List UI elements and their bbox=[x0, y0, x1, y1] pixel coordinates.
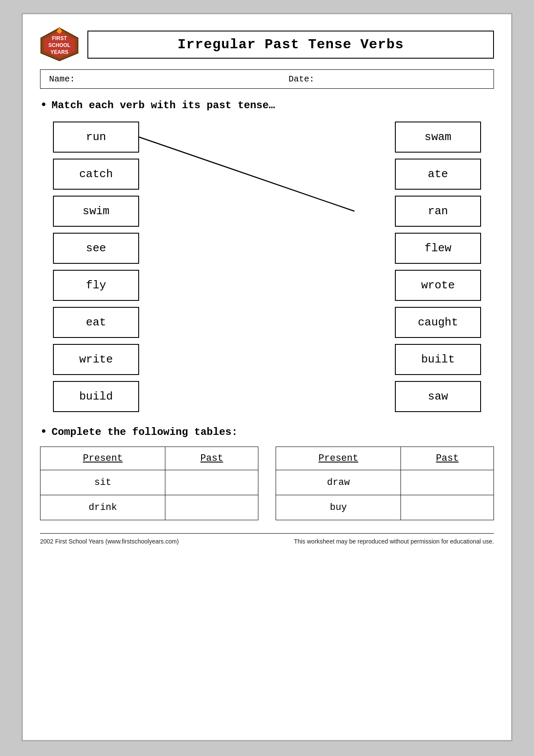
instruction-2-text: Complete the following tables: bbox=[52, 426, 238, 438]
svg-text:SCHOOL: SCHOOL bbox=[48, 42, 70, 48]
left-words: run catch swim see fly eat write build bbox=[53, 122, 139, 412]
word-write: write bbox=[53, 344, 139, 375]
date-label: Date: bbox=[245, 74, 485, 84]
table1-header-present: Present bbox=[40, 447, 165, 470]
table2-row2-present: buy bbox=[276, 495, 401, 520]
word-fly: fly bbox=[53, 270, 139, 301]
table-row: buy bbox=[276, 495, 494, 520]
svg-text:YEARS: YEARS bbox=[50, 49, 68, 55]
right-words: swam ate ran flew wrote caught built saw bbox=[395, 122, 481, 412]
table-2: Present Past draw buy bbox=[276, 447, 494, 520]
table2-header-past: Past bbox=[401, 447, 494, 470]
footer: 2002 First School Years (www.firstschool… bbox=[40, 533, 494, 545]
word-wrote: wrote bbox=[395, 270, 481, 301]
header: FIRST SCHOOL YEARS Irregular Past Tense … bbox=[40, 27, 494, 62]
word-eat: eat bbox=[53, 307, 139, 338]
word-run: run bbox=[53, 122, 139, 153]
instruction-1-text: Match each verb with its past tense… bbox=[52, 100, 275, 111]
table1-row1-present: sit bbox=[40, 470, 165, 495]
name-label: Name: bbox=[49, 74, 245, 84]
svg-text:FIRST: FIRST bbox=[52, 35, 67, 41]
table2-row2-past[interactable] bbox=[401, 495, 494, 520]
footer-left: 2002 First School Years (www.firstschool… bbox=[40, 538, 179, 545]
word-flew: flew bbox=[395, 233, 481, 264]
table1-row2-present: drink bbox=[40, 495, 165, 520]
logo: FIRST SCHOOL YEARS bbox=[40, 27, 79, 62]
word-build: build bbox=[53, 381, 139, 412]
word-saw: saw bbox=[395, 381, 481, 412]
page-title: Irregular Past Tense Verbs bbox=[87, 31, 494, 59]
word-ate: ate bbox=[395, 159, 481, 190]
table-row: drink bbox=[40, 495, 258, 520]
matching-section: run catch swim see fly eat write build s… bbox=[40, 122, 494, 412]
instruction-1: • Match each verb with its past tense… bbox=[40, 99, 494, 111]
word-swam: swam bbox=[395, 122, 481, 153]
bullet-1: • bbox=[40, 99, 47, 111]
word-caught: caught bbox=[395, 307, 481, 338]
footer-right: This worksheet may be reproduced without… bbox=[294, 538, 494, 545]
word-catch: catch bbox=[53, 159, 139, 190]
table2-row1-present: draw bbox=[276, 470, 401, 495]
tables-row: Present Past sit drink Present bbox=[40, 447, 494, 520]
table-row: sit bbox=[40, 470, 258, 495]
table2-header-present: Present bbox=[276, 447, 401, 470]
table1-row1-past[interactable] bbox=[165, 470, 258, 495]
table-1: Present Past sit drink bbox=[40, 447, 258, 520]
name-date-row: Name: Date: bbox=[40, 69, 494, 89]
word-swim: swim bbox=[53, 196, 139, 227]
bullet-2: • bbox=[40, 426, 47, 438]
word-built: built bbox=[395, 344, 481, 375]
worksheet-page: FIRST SCHOOL YEARS Irregular Past Tense … bbox=[22, 13, 512, 741]
svg-line-6 bbox=[139, 137, 354, 211]
word-ran: ran bbox=[395, 196, 481, 227]
table2-row1-past[interactable] bbox=[401, 470, 494, 495]
table1-row2-past[interactable] bbox=[165, 495, 258, 520]
table-row: draw bbox=[276, 470, 494, 495]
table1-header-past: Past bbox=[165, 447, 258, 470]
word-see: see bbox=[53, 233, 139, 264]
instruction-2: • Complete the following tables: bbox=[40, 426, 494, 438]
